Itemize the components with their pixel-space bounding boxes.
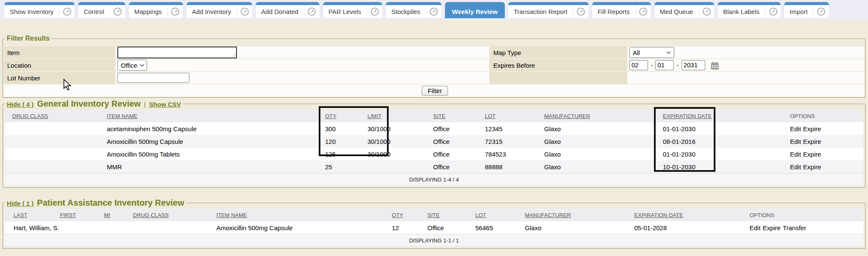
site-cell: Office [433, 160, 484, 173]
open-new-tab-button[interactable]: ↗ [59, 5, 75, 18]
open-new-tab-icon: ↗ [308, 8, 316, 16]
hide-general-link[interactable]: Hide ( 4 ) [7, 101, 33, 108]
location-label: Location [4, 59, 115, 71]
open-new-tab-button[interactable]: ↗ [426, 5, 442, 18]
options-header: OPTIONS [790, 113, 815, 119]
sort-last[interactable]: LAST [14, 212, 28, 218]
tab-accent-strip [78, 2, 125, 5]
calendar-icon[interactable] [710, 61, 719, 70]
hide-patient-link[interactable]: Hide ( 1 ) [7, 200, 33, 207]
edit-link[interactable]: Edit [790, 163, 801, 171]
general-inventory-title: General Inventory Review [37, 99, 141, 109]
tab-accent-strip [4, 2, 75, 5]
manufacturer-cell: Glaxo [544, 160, 662, 173]
sort-lot[interactable]: LOT [485, 113, 495, 119]
open-new-tab-button[interactable]: ↗ [167, 5, 183, 18]
sort-qty[interactable]: QTY [392, 212, 403, 218]
qty-cell: 125 [325, 148, 367, 160]
tab-label: Stockpiles [386, 8, 426, 15]
item-name-cell: Amoxicillin 500mg Tablets [106, 148, 325, 160]
tab-fill-reports[interactable]: Fill Reports↗ [592, 2, 651, 18]
open-new-tab-button[interactable]: ↗ [698, 5, 714, 18]
tab-bar: Show Inventory↗ Control↗ Mappings↗ Add I… [0, 0, 868, 20]
sort-site[interactable]: SITE [428, 212, 440, 218]
tab-import[interactable]: Import↗ [784, 2, 829, 18]
expire-link[interactable]: Expire [762, 224, 781, 231]
tab-weekly-review[interactable]: Weekly Review [445, 2, 505, 18]
sort-limit[interactable]: LIMIT [367, 113, 381, 119]
options-cell: EditExpireTransfer [749, 221, 863, 234]
sort-manufacturer[interactable]: MANUFACTURER [525, 212, 571, 218]
open-new-tab-button[interactable]: ↗ [110, 5, 125, 18]
table-row: Amoxicillin 500mg Tablets 125 30/1000 Of… [5, 148, 863, 160]
open-new-tab-button[interactable]: ↗ [765, 5, 781, 18]
edit-link[interactable]: Edit [790, 151, 801, 158]
tab-add-donated[interactable]: Add Donated↗ [256, 2, 320, 18]
paging-status: DISPLAYING 1-1 / 1 [5, 234, 863, 247]
limit-cell: 30/1000 [367, 135, 433, 148]
expire-link[interactable]: Expire [803, 151, 821, 158]
general-inventory-panel: Hide ( 4 ) General Inventory Review | Sh… [3, 99, 865, 188]
tab-med-queue[interactable]: Med Queue↗ [654, 2, 714, 18]
tab-par-levels[interactable]: PAR Levels↗ [323, 2, 382, 18]
open-new-tab-button[interactable]: ↗ [635, 5, 651, 18]
tab-add-inventory[interactable]: Add Inventory↗ [186, 2, 253, 18]
patient-assistance-panel: Hide ( 1 ) Patient Assistance Inventory … [3, 198, 865, 249]
sort-qty[interactable]: QTY [325, 113, 337, 119]
edit-link[interactable]: Edit [790, 125, 801, 132]
item-input[interactable] [117, 47, 237, 58]
tab-accent-strip [323, 2, 382, 5]
sort-site[interactable]: SITE [433, 113, 445, 119]
open-new-tab-button[interactable]: ↗ [813, 5, 829, 18]
item-label: Item [4, 47, 115, 58]
expires-month-input[interactable] [629, 60, 648, 70]
edit-link[interactable]: Edit [750, 224, 761, 231]
sort-drug-class[interactable]: DRUG CLASS [12, 113, 48, 119]
sort-manufacturer[interactable]: MANUFACTURER [544, 113, 590, 119]
open-new-tab-button[interactable]: ↗ [236, 5, 252, 18]
expires-day-input[interactable] [655, 60, 674, 70]
tab-control[interactable]: Control↗ [78, 2, 125, 18]
table-row: Hart, William, S. Amoxicillin 500mg Caps… [5, 221, 863, 234]
expire-link[interactable]: Expire [803, 138, 821, 145]
tab-accent-strip [784, 2, 829, 5]
location-select[interactable]: Office [117, 60, 147, 71]
date-separator: - [677, 61, 679, 69]
tab-label: Add Donated [256, 8, 304, 15]
sort-mi[interactable]: MI [104, 212, 110, 218]
transfer-link[interactable]: Transfer [783, 224, 806, 231]
tab-blank-labels[interactable]: Blank Labels↗ [718, 2, 781, 18]
limit-cell: 30/1000 [367, 122, 433, 135]
item-name-cell: Amoxicillin 500mg Capsule [106, 135, 325, 148]
sort-item-name[interactable]: ITEM NAME [107, 113, 137, 119]
qty-cell: 25 [325, 160, 367, 173]
filter-results-panel: Filter Results Item Map Type All Locatio… [3, 35, 865, 98]
open-new-tab-button[interactable]: ↗ [573, 5, 589, 18]
lot-number-input[interactable] [117, 73, 189, 83]
sort-first[interactable]: FIRST [60, 212, 76, 218]
options-cell: EditExpire [790, 160, 863, 173]
tab-mappings[interactable]: Mappings↗ [129, 2, 183, 18]
filter-button[interactable]: Filter [422, 86, 448, 96]
sort-lot[interactable]: LOT [476, 212, 486, 218]
open-new-tab-button[interactable]: ↗ [367, 5, 382, 18]
table-header-row: LAST FIRST MI DRUG CLASS ITEM NAME QTY S… [5, 209, 863, 221]
expire-link[interactable]: Expire [803, 125, 821, 132]
sort-item-name[interactable]: ITEM NAME [217, 212, 247, 218]
show-csv-link[interactable]: Show CSV [149, 101, 181, 108]
expires-year-input[interactable] [682, 60, 705, 70]
sort-expiration-date[interactable]: EXPIRATION DATE [634, 212, 683, 218]
expire-link[interactable]: Expire [803, 163, 821, 171]
sort-expiration-date[interactable]: EXPIRATION DATE [663, 113, 712, 119]
tab-transaction-report[interactable]: Transaction Report↗ [508, 2, 589, 18]
sort-drug-class[interactable]: DRUG CLASS [133, 212, 169, 218]
tab-accent-strip [508, 2, 589, 5]
tab-stockpiles[interactable]: Stockpiles↗ [386, 2, 441, 18]
drug-class-cell [5, 148, 106, 160]
lot-cell: 88888 [484, 160, 544, 173]
open-new-tab-button[interactable]: ↗ [304, 5, 320, 18]
site-cell: Office [433, 122, 484, 135]
map-type-select[interactable]: All [629, 47, 674, 58]
tab-show-inventory[interactable]: Show Inventory↗ [4, 2, 75, 18]
edit-link[interactable]: Edit [790, 138, 801, 145]
